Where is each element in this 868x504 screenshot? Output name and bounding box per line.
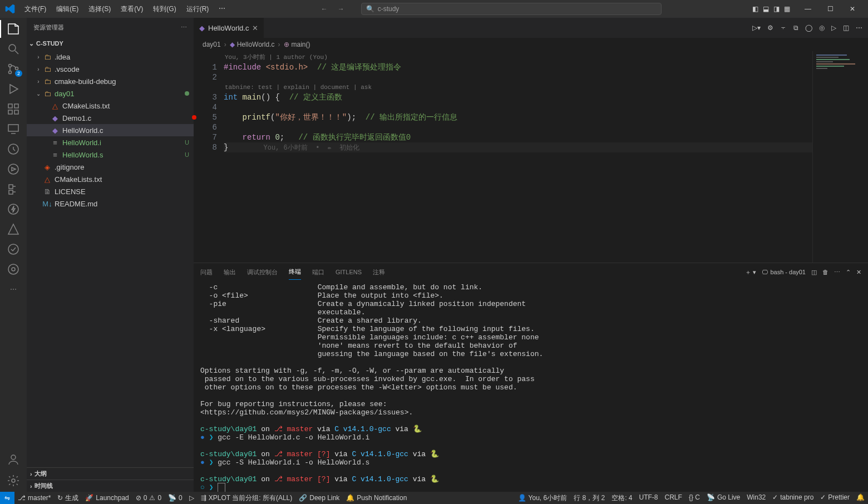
circle-icon[interactable]: ◯ [805,24,812,32]
box-icon[interactable]: ⫟ [780,24,787,32]
timeline-section[interactable]: › 时间线 [27,480,194,492]
code-editor[interactable]: 12345678 You, 3小时前 | 1 author (You) #inc… [194,51,868,263]
tree-item[interactable]: ≡HelloWorld.sU [27,149,194,161]
search-view-icon[interactable] [7,42,20,56]
code-content[interactable]: You, 3小时前 | 1 author (You) #include <std… [224,51,812,263]
panel-tab-debug[interactable]: 调试控制台 [247,265,278,280]
testing-icon[interactable] [7,142,20,156]
toggle-sidebar-icon[interactable]: ◧ [752,5,758,13]
menu-run[interactable]: 运行(R) [182,2,214,16]
outline-section[interactable]: › 大纲 [27,467,194,480]
codelens-tabnine[interactable]: tabnine: test | explain | document | ask [224,82,812,92]
blame-status[interactable]: 👤You, 6小时前 [515,493,571,503]
tree-item[interactable]: ≡HelloWorld.iU [27,136,194,149]
push-notification[interactable]: 🔔Push Notification [343,492,410,504]
minimap[interactable] [812,51,868,263]
close-button[interactable]: ✕ [841,1,864,17]
explorer-icon[interactable] [7,22,20,36]
menu-selection[interactable]: 选择(S) [84,2,115,16]
live-share-icon[interactable] [7,243,20,256]
panel-more-icon[interactable]: ⋯ [834,269,840,276]
bc-folder[interactable]: day01 [203,41,221,48]
menu-view[interactable]: 查看(V) [116,2,147,16]
encoding-status[interactable]: UTF-8 [636,493,662,501]
maximize-button[interactable]: ☐ [819,1,841,17]
breadcrumbs[interactable]: day01 › ◆ HelloWorld.c › ⊕ main() [194,38,868,51]
codelens-author[interactable]: You, 3小时前 | 1 author (You) [224,52,812,62]
minimize-button[interactable]: — [797,1,819,17]
language-status[interactable]: {} C [685,493,703,501]
cmake-icon[interactable] [7,223,20,236]
more-icon[interactable]: ⋯ [856,24,862,32]
panel-tab-output[interactable]: 输出 [224,265,236,280]
terminal-name[interactable]: 🖵 bash - day01 [762,269,806,275]
problems-status[interactable]: ⊘0 ⚠0 [132,492,165,504]
kill-terminal-icon[interactable]: 🗑 [822,269,828,275]
cursor-position[interactable]: 行 8，列 2 [570,493,608,503]
thunder-icon[interactable] [7,202,20,216]
account-icon[interactable] [7,453,20,466]
debug-start[interactable]: ▷ [186,492,198,504]
menu-go[interactable]: 转到(G) [149,2,180,16]
tree-item[interactable]: ◈.gitignore [27,161,194,173]
panel-tab-gitlens[interactable]: GITLENS [336,265,362,279]
breakpoint-icon[interactable] [192,115,196,120]
remote-explorer-icon[interactable] [7,122,20,136]
panel-tab-terminal[interactable]: 终端 [289,264,301,280]
gear-icon[interactable]: ⚙ [767,24,773,32]
tree-item[interactable]: M↓README.md [27,197,194,210]
overflow-icon[interactable]: ⋯ [7,283,20,296]
remote-indicator[interactable]: ⇋ [0,492,14,504]
nav-back-icon[interactable]: ← [321,5,328,13]
sidebar-more-icon[interactable]: ⋯ [181,24,187,31]
toggle-panel-icon[interactable]: ⬓ [763,5,769,13]
panel-tab-ports[interactable]: 端口 [312,265,324,280]
tabnine-status[interactable]: ✓tabnine pro [769,493,817,501]
editor-tab[interactable]: ◆ HelloWorld.c ✕ [194,18,264,38]
tree-item[interactable]: 🗎LICENSE [27,185,194,197]
golive-status[interactable]: 📡Go Live [703,493,743,501]
play-icon[interactable]: ▷ [831,24,836,32]
split-terminal-icon[interactable]: ◫ [811,269,817,276]
bc-symbol[interactable]: main() [292,41,310,48]
panel-tab-problems[interactable]: 问题 [200,265,213,280]
tree-item[interactable]: ›🗀.vscode [27,63,194,75]
tree-item[interactable]: ›🗀.idea [27,51,194,63]
run-icon[interactable]: ▷▾ [752,24,761,32]
ports-status[interactable]: 📡0 [165,492,186,504]
tree-item[interactable]: ◆Demo1.c [27,112,194,124]
notifications-icon[interactable]: 🔔 [853,493,868,501]
terminal[interactable]: -c Compile and assemble, but do not link… [194,281,868,492]
close-panel-icon[interactable]: ✕ [856,269,861,276]
settings-icon[interactable] [7,474,20,487]
command-center[interactable]: 🔍 c-study [361,3,662,15]
eol-status[interactable]: CRLF [662,493,685,501]
workspace-section[interactable]: ⌄ C-STUDY [27,37,194,50]
extensions-icon[interactable] [7,102,20,116]
menu-file[interactable]: 文件(F) [20,2,51,16]
circle2-icon[interactable]: ◎ [819,24,825,32]
indent-status[interactable]: 空格: 4 [608,493,635,503]
prettier-status[interactable]: ✓Prettier [817,493,853,501]
run-debug-icon[interactable] [7,82,20,96]
launchpad[interactable]: 🚀Launchpad [82,492,132,504]
deeplink-status[interactable]: 🔗Deep Link [295,492,343,504]
new-terminal-icon[interactable]: ＋ ▾ [745,268,756,276]
gitlens-icon[interactable] [7,263,20,276]
nav-forward-icon[interactable]: → [338,5,344,13]
tree-item[interactable]: △CMakeLists.txt [27,100,194,112]
database-icon[interactable] [7,182,20,196]
split-icon[interactable]: ◫ [843,24,849,32]
tree-item[interactable]: ◆HelloWorld.c [27,124,194,136]
tree-item[interactable]: ⌄🗀day01 [27,87,194,100]
customize-layout-icon[interactable]: ▦ [784,5,790,13]
menu-edit[interactable]: 编辑(E) [52,2,83,16]
tree-item[interactable]: △CMakeLists.txt [27,173,194,185]
xplot-status[interactable]: ⇶XPLOT 当前分组: 所有(ALL) [198,492,295,504]
docker-icon[interactable] [7,162,20,176]
compare-icon[interactable]: ⧉ [793,24,798,32]
platform-status[interactable]: Win32 [743,493,769,501]
bc-file[interactable]: HelloWorld.c [237,41,275,48]
sync-button[interactable]: ↻生成 [54,492,82,504]
git-branch[interactable]: ⎇master* [14,492,54,504]
